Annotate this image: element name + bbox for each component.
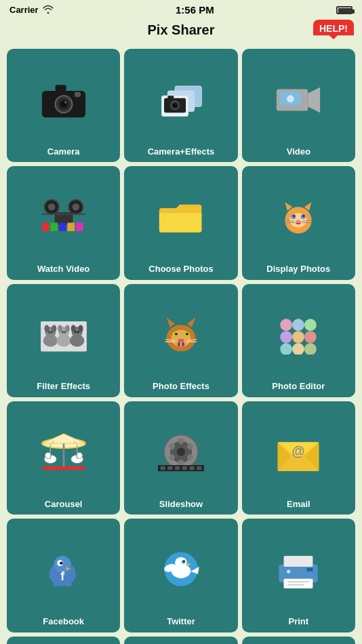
app-label-photo-editor: Photo Editor bbox=[269, 381, 327, 392]
app-icon-facebook: f bbox=[7, 519, 120, 616]
app-tile-video[interactable]: Video bbox=[242, 49, 355, 162]
svg-point-67 bbox=[175, 332, 178, 335]
svg-point-126 bbox=[64, 583, 72, 586]
svg-point-47 bbox=[47, 331, 50, 334]
svg-rect-93 bbox=[42, 466, 85, 470]
svg-point-81 bbox=[304, 331, 317, 343]
app-tile-pdf[interactable]: -pdf PDF bbox=[242, 637, 355, 644]
svg-point-104 bbox=[169, 454, 175, 460]
wifi-icon bbox=[43, 5, 54, 16]
svg-point-48 bbox=[50, 331, 53, 334]
app-tile-camera-effects[interactable]: Camera+Effects bbox=[124, 49, 237, 162]
svg-rect-108 bbox=[167, 466, 172, 470]
svg-point-52 bbox=[64, 325, 69, 332]
svg-point-84 bbox=[304, 343, 317, 355]
app-tile-photo-editor[interactable]: Photo Editor bbox=[242, 284, 355, 397]
svg-point-46 bbox=[52, 325, 56, 332]
svg-rect-110 bbox=[182, 466, 187, 470]
app-tile-print[interactable]: Print bbox=[242, 519, 355, 632]
svg-point-80 bbox=[292, 331, 304, 343]
svg-point-21 bbox=[72, 203, 79, 211]
svg-point-82 bbox=[281, 343, 293, 355]
app-label-email: Email bbox=[284, 499, 313, 510]
app-label-watch-video: Watch Video bbox=[35, 264, 92, 275]
app-icon-filter-effects bbox=[7, 284, 120, 382]
app-tile-facebook[interactable]: f Facebook bbox=[7, 519, 120, 632]
app-icon-video bbox=[242, 49, 355, 146]
svg-point-99 bbox=[177, 447, 185, 456]
svg-point-140 bbox=[287, 570, 290, 573]
app-icon-camera bbox=[7, 49, 120, 146]
app-tile-display-photos[interactable]: Display Photos bbox=[242, 166, 355, 279]
svg-point-4 bbox=[64, 101, 67, 104]
help-button[interactable]: HELP! bbox=[313, 20, 354, 39]
app-tile-carousel[interactable]: Carousel bbox=[7, 401, 120, 515]
battery-icon bbox=[336, 6, 353, 14]
svg-text:f: f bbox=[60, 569, 64, 583]
app-label-display-photos: Display Photos bbox=[264, 264, 333, 275]
app-tile-photo-gallery[interactable]: Photo Gallery bbox=[7, 637, 120, 644]
svg-rect-13 bbox=[167, 96, 174, 99]
svg-marker-94 bbox=[42, 434, 85, 443]
app-icon-slideshow bbox=[124, 401, 237, 499]
time-label: 1:56 PM bbox=[176, 4, 214, 16]
svg-point-37 bbox=[296, 220, 301, 223]
app-icon-choose-photos bbox=[124, 166, 237, 264]
svg-point-103 bbox=[178, 460, 184, 466]
svg-rect-26 bbox=[59, 223, 66, 231]
app-icon-photo-puzzle bbox=[124, 637, 237, 644]
app-tile-filter-effects[interactable]: Filter Effects bbox=[7, 284, 120, 397]
app-tile-twitter[interactable]: Twitter bbox=[124, 519, 237, 632]
svg-point-35 bbox=[294, 216, 296, 218]
carrier-label: Carrier bbox=[9, 5, 39, 15]
app-label-twitter: Twitter bbox=[164, 616, 198, 627]
svg-rect-25 bbox=[50, 223, 58, 231]
app-tile-photo-puzzle[interactable]: Photo Puzzle bbox=[124, 637, 237, 644]
app-tile-camera[interactable]: Camera bbox=[7, 49, 120, 162]
header: Pix Sharer HELP! bbox=[0, 18, 362, 45]
app-label-filter-effects: Filter Effects bbox=[34, 381, 93, 392]
svg-point-68 bbox=[186, 332, 188, 335]
svg-point-76 bbox=[281, 319, 293, 331]
status-bar: Carrier 1:56 PM bbox=[0, 0, 362, 18]
app-icon-photo-gallery bbox=[7, 637, 120, 644]
app-label-carousel: Carousel bbox=[42, 499, 85, 510]
svg-point-77 bbox=[292, 319, 304, 331]
app-icon-photo-effects bbox=[124, 284, 237, 382]
svg-rect-27 bbox=[67, 223, 75, 231]
svg-point-132 bbox=[183, 561, 185, 563]
svg-point-129 bbox=[175, 557, 187, 569]
app-tile-photo-effects[interactable]: Photo Effects bbox=[124, 284, 237, 397]
svg-point-125 bbox=[53, 583, 60, 586]
svg-point-79 bbox=[281, 331, 293, 343]
svg-marker-63 bbox=[187, 317, 195, 327]
svg-rect-141 bbox=[307, 568, 313, 571]
app-icon-watch-video bbox=[7, 166, 120, 264]
app-tile-choose-photos[interactable]: Choose Photos bbox=[124, 166, 237, 279]
page-title: Pix Sharer bbox=[148, 22, 215, 38]
app-label-facebook: Facebook bbox=[40, 616, 87, 627]
svg-marker-62 bbox=[167, 317, 175, 327]
svg-rect-137 bbox=[284, 579, 313, 588]
svg-point-12 bbox=[172, 103, 177, 108]
app-label-video: Video bbox=[284, 146, 313, 157]
app-tile-email[interactable]: @ Email bbox=[242, 401, 355, 515]
svg-point-105 bbox=[169, 443, 175, 449]
app-icon-pdf: -pdf bbox=[242, 637, 355, 644]
svg-text:@: @ bbox=[292, 443, 305, 458]
app-icon-print bbox=[242, 519, 355, 616]
svg-rect-111 bbox=[189, 466, 194, 470]
app-label-print: Print bbox=[286, 616, 312, 627]
svg-point-53 bbox=[61, 331, 64, 334]
app-label-slideshow: Slideshow bbox=[157, 499, 205, 510]
app-label-photo-effects: Photo Effects bbox=[150, 381, 212, 392]
svg-point-102 bbox=[187, 454, 193, 460]
svg-point-60 bbox=[77, 331, 79, 334]
svg-rect-24 bbox=[42, 223, 49, 231]
svg-point-58 bbox=[78, 325, 83, 332]
app-tile-watch-video[interactable]: Watch Video bbox=[7, 166, 120, 279]
svg-rect-136 bbox=[284, 556, 313, 567]
svg-point-122 bbox=[60, 562, 62, 565]
app-tile-slideshow[interactable]: Slideshow bbox=[124, 401, 237, 515]
svg-point-45 bbox=[44, 325, 49, 332]
